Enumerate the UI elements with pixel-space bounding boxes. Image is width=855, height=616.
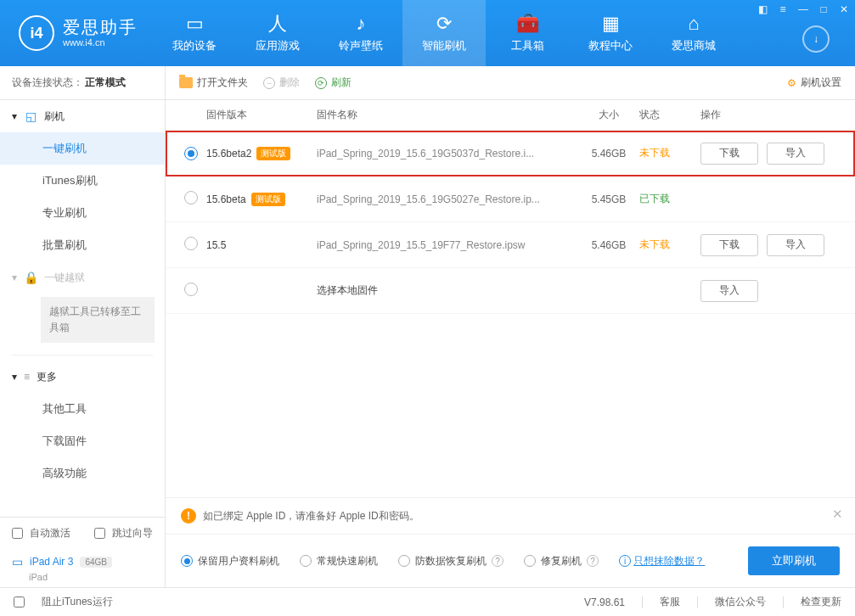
skin-icon[interactable]: ◧ [757, 3, 768, 15]
nav-icon: ⟳ [436, 13, 452, 35]
th-ops: 操作 [700, 108, 836, 122]
download-button[interactable]: 下载 [700, 234, 758, 256]
option-radio[interactable] [524, 555, 536, 567]
beta-tag: 测试版 [256, 147, 290, 160]
lock-icon: 🔒 [24, 271, 37, 284]
nav-label: 铃声壁纸 [339, 38, 383, 53]
nav-tab-4[interactable]: 🧰工具箱 [486, 0, 569, 66]
th-size: 大小 [578, 108, 639, 122]
firmware-row[interactable]: 选择本地固件导入 [166, 268, 855, 314]
status-bar: 阻止iTunes运行 V7.98.61 客服 微信公众号 检查更新 [0, 587, 855, 616]
auto-activate-checkbox[interactable] [12, 528, 23, 539]
help-icon[interactable]: ? [492, 555, 503, 567]
beta-tag: 测试版 [251, 193, 285, 206]
flash-option[interactable]: 常规快速刷机 [300, 554, 378, 568]
firmware-row[interactable]: 15.5iPad_Spring_2019_15.5_19F77_Restore.… [166, 222, 855, 268]
firmware-size: 5.46GB [578, 239, 639, 251]
nav-tab-6[interactable]: ⌂爱思商城 [652, 0, 735, 66]
option-radio[interactable] [300, 555, 312, 567]
row-radio[interactable] [184, 237, 198, 250]
nav-tab-3[interactable]: ⟳智能刷机 [402, 0, 486, 66]
sidebar-group-jailbreak[interactable]: ▾🔒 一键越狱 [0, 261, 165, 294]
firmware-status: 未下载 [639, 146, 700, 160]
jailbreak-note: 越狱工具已转移至工具箱 [41, 297, 155, 343]
download-center-icon[interactable]: ↓ [802, 25, 830, 53]
flash-option[interactable]: 保留用户资料刷机 [181, 554, 279, 568]
sidebar-group-label: 刷机 [44, 109, 65, 124]
nav-label: 应用游戏 [256, 38, 300, 53]
firmware-name: iPad_Spring_2019_15.6_19G5027e_Restore.i… [317, 193, 578, 205]
device-icon: ▭ [12, 555, 23, 568]
nav-icon: ▭ [186, 13, 204, 35]
auto-activate-label: 自动激活 [30, 526, 70, 540]
menu-icon[interactable]: ≡ [777, 3, 789, 15]
nav-tab-2[interactable]: ♪铃声壁纸 [319, 0, 402, 66]
row-radio[interactable] [184, 147, 198, 160]
open-folder-button[interactable]: 打开文件夹 [179, 76, 248, 90]
appleid-warning: ! 如已绑定 Apple ID，请准备好 Apple ID和密码。 ✕ [166, 497, 855, 534]
row-radio[interactable] [184, 191, 198, 204]
nav-tab-0[interactable]: ▭我的设备 [153, 0, 236, 66]
warning-icon: ! [181, 508, 196, 524]
skip-guide-checkbox[interactable] [94, 528, 105, 539]
sidebar-item[interactable]: iTunes刷机 [0, 165, 165, 197]
nav-icon: ⌂ [688, 13, 699, 35]
skip-guide-label: 跳过向导 [112, 526, 153, 540]
nav-icon: ♪ [357, 13, 366, 35]
download-button[interactable]: 下载 [700, 143, 758, 165]
flash-icon: ◱ [24, 109, 37, 123]
refresh-button[interactable]: ⟳刷新 [315, 76, 352, 90]
device-type: iPad [0, 572, 165, 587]
sidebar-item[interactable]: 一键刷机 [0, 132, 165, 165]
minimize-icon[interactable]: — [797, 3, 809, 15]
content-area: 打开文件夹 –删除 ⟳刷新 ⚙刷机设置 固件版本 固件名称 大小 状态 操作 1… [166, 66, 855, 587]
firmware-row[interactable]: 15.6beta2测试版iPad_Spring_2019_15.6_19G503… [166, 131, 855, 176]
th-version: 固件版本 [206, 108, 317, 122]
close-icon[interactable]: ✕ [838, 3, 850, 15]
import-button[interactable]: 导入 [767, 234, 824, 256]
close-warning-icon[interactable]: ✕ [832, 507, 843, 522]
check-update-link[interactable]: 检查更新 [801, 595, 841, 609]
prevent-itunes-checkbox[interactable] [14, 596, 25, 608]
option-label: 常规快速刷机 [317, 554, 378, 568]
row-radio[interactable] [184, 283, 198, 296]
import-button[interactable]: 导入 [767, 143, 824, 165]
info-icon[interactable]: i [619, 555, 631, 567]
option-radio[interactable] [181, 555, 193, 567]
sidebar-group-flash[interactable]: ▾◱ 刷机 [0, 100, 165, 132]
nav-tab-5[interactable]: ▦教程中心 [569, 0, 652, 66]
nav-tab-1[interactable]: 人应用游戏 [236, 0, 319, 66]
option-label: 修复刷机 [541, 554, 582, 568]
flash-option[interactable]: 防数据恢复刷机? [398, 554, 503, 568]
flash-settings-button[interactable]: ⚙刷机设置 [787, 76, 841, 90]
nav-label: 我的设备 [172, 38, 217, 53]
firmware-version: 15.6beta2测试版 [206, 147, 317, 160]
title-bar: i4 爱思助手 www.i4.cn ▭我的设备人应用游戏♪铃声壁纸⟳智能刷机🧰工… [0, 0, 855, 66]
wechat-link[interactable]: 微信公众号 [715, 595, 766, 609]
help-icon[interactable]: ? [587, 555, 599, 567]
erase-data-link[interactable]: 只想抹除数据？ [633, 555, 705, 567]
table-header: 固件版本 固件名称 大小 状态 操作 [166, 100, 855, 131]
flash-option[interactable]: 修复刷机? [524, 554, 599, 568]
logo-icon: i4 [19, 15, 54, 51]
firmware-size: 5.46GB [578, 148, 639, 160]
maximize-icon[interactable]: □ [818, 3, 830, 15]
option-label: 防数据恢复刷机 [415, 554, 487, 568]
sidebar-item[interactable]: 批量刷机 [0, 229, 165, 261]
import-button[interactable]: 导入 [700, 280, 758, 302]
sidebar-group-more[interactable]: ▾≡ 更多 [0, 361, 165, 393]
sidebar-item[interactable]: 高级功能 [0, 457, 165, 490]
device-info[interactable]: ▭ iPad Air 3 64GB [0, 548, 165, 572]
sidebar-item[interactable]: 下载固件 [0, 425, 165, 457]
customer-service-link[interactable]: 客服 [660, 595, 680, 609]
firmware-row[interactable]: 15.6beta测试版iPad_Spring_2019_15.6_19G5027… [166, 176, 855, 222]
firmware-name: iPad_Spring_2019_15.5_19F77_Restore.ipsw [317, 239, 578, 251]
sidebar-item[interactable]: 其他工具 [0, 393, 165, 425]
app-logo: i4 爱思助手 www.i4.cn [0, 0, 153, 66]
nav-label: 教程中心 [588, 38, 633, 53]
conn-value: 正常模式 [85, 76, 126, 90]
sidebar: 设备连接状态： 正常模式 ▾◱ 刷机 一键刷机iTunes刷机专业刷机批量刷机 … [0, 66, 166, 587]
flash-now-button[interactable]: 立即刷机 [748, 546, 840, 575]
sidebar-item[interactable]: 专业刷机 [0, 197, 165, 229]
option-radio[interactable] [398, 555, 410, 567]
